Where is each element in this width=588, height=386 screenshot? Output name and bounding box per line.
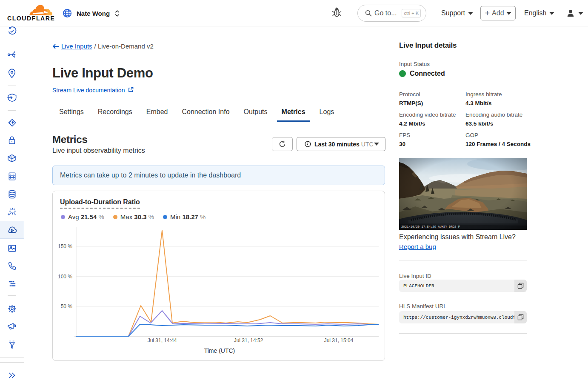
svg-text:150 %: 150 % (58, 243, 72, 249)
svg-text:Jul 31, 14:44: Jul 31, 14:44 (148, 337, 177, 343)
svg-text:Jul 31, 14:52: Jul 31, 14:52 (234, 337, 263, 343)
svg-text:Time (UTC): Time (UTC) (204, 347, 235, 354)
svg-text:2021/10/20 17:54:29 AUKEY DRO2: 2021/10/20 17:54:29 AUKEY DRO2 P (401, 225, 460, 229)
svg-text:50 %: 50 % (61, 303, 73, 309)
svg-text:100 %: 100 % (58, 274, 72, 280)
svg-text:Jul 31, 15:04: Jul 31, 15:04 (324, 337, 354, 343)
